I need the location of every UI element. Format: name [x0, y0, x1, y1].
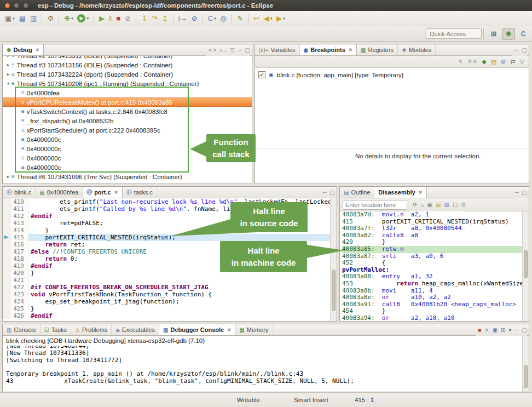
editor-scrollbar-thumb[interactable] — [332, 270, 336, 311]
view-tab-registers[interactable]: ▦Registers — [357, 44, 398, 55]
thread-row[interactable]: ▸≡Thread #4 1073432224 (dport) (Suspende… — [3, 70, 252, 79]
stack-frame-row[interactable]: ≡0x4000bfea — [3, 88, 252, 98]
thread-row[interactable]: ▸≡Thread #6 1073431096 (Tmr Svc) (Suspen… — [3, 172, 252, 181]
build-button[interactable]: ⚙ — [45, 13, 55, 25]
code-line[interactable]: 419#endif — [3, 262, 337, 270]
remove-launch-icon[interactable]: ✕ — [484, 327, 489, 333]
maximize-icon[interactable]: ▢ — [522, 327, 527, 333]
source-editor[interactable]: 410 ets_printf("Last non-recursive lock … — [3, 198, 337, 321]
disassembly-listing[interactable]: 40083a7d: movi.n a2, 1415 portEXIT_CRITI… — [340, 211, 529, 321]
code-line[interactable]: 422#if CONFIG_FREERTOS_BREAK_ON_SCHEDULE… — [3, 284, 337, 291]
show-opcodes-icon[interactable]: ▤ — [436, 202, 441, 208]
back-button[interactable]: ◀▾ — [262, 13, 274, 25]
thread-row[interactable]: ▸≡Thread #2 1073413512 (IDLE) (Suspended… — [3, 56, 252, 60]
close-icon[interactable]: ✕ — [36, 47, 39, 53]
skip-breakpoints-button[interactable]: ⊘ — [190, 13, 199, 25]
expander-icon[interactable]: ▸ — [5, 56, 11, 58]
debug-button[interactable]: ❉▾ — [62, 13, 74, 25]
minimize-icon[interactable]: ─ — [514, 47, 518, 53]
code-line[interactable]: 416 return ret; — [3, 241, 337, 248]
stack-frame-row[interactable]: ≡vPortCPUReleaseMutex() at port.c:415 0x… — [3, 98, 252, 107]
code-line[interactable]: 417#else //!CONFIG_FREERTOS_UNICORE — [3, 248, 337, 255]
menu-arrow-icon[interactable]: ▾ — [508, 327, 511, 333]
console-scrollbar-thumb[interactable] — [524, 365, 528, 388]
code-line[interactable]: 410 ets_printf("Last non-recursive lock … — [3, 198, 337, 205]
view-tab-executables[interactable]: ◈Executables — [112, 324, 159, 335]
breakpoint-checkbox[interactable]: ✓ — [258, 71, 265, 78]
minimize-icon[interactable]: ─ — [514, 327, 518, 333]
window-minimize-button[interactable] — [14, 3, 20, 9]
code-line[interactable]: 414 } — [3, 227, 337, 234]
stack-frame-row[interactable]: ≡_frxt_dispatch() at 0x4008532b — [3, 116, 252, 125]
open-perspective-button[interactable]: ⊞ — [487, 28, 500, 40]
stack-frame-row[interactable]: ≡xPortStartScheduler() at port.c:222 0x4… — [3, 125, 252, 135]
code-line[interactable]: 426#endif — [3, 312, 337, 319]
remove-all-breakpoints-icon[interactable]: ✕✕ — [467, 58, 477, 65]
maximize-icon[interactable]: ▢ — [330, 190, 335, 196]
console-output[interactable]: [New Thread 1073468744][New Thread 10734… — [3, 346, 529, 392]
code-line[interactable]: 425} — [3, 305, 337, 312]
new-c-project-button[interactable]: C▾ — [206, 13, 218, 25]
link-with-debug-icon[interactable]: ⇄ — [510, 58, 515, 65]
view-tab-problems[interactable]: ⚠Problems — [71, 324, 112, 335]
resume-button[interactable]: ▶ — [97, 13, 106, 25]
editor-tab-port-c[interactable]: ⓒport.c✕ — [83, 187, 123, 198]
code-line[interactable]: 424 esp_set_breakpoint_if_jtag(function)… — [3, 298, 337, 305]
code-line[interactable]: 420} — [3, 270, 337, 277]
window-maximize-button[interactable] — [23, 3, 29, 9]
code-line[interactable]: 411 ets_printf("Called by %s line %d\n",… — [3, 205, 337, 213]
view-tab-console[interactable]: ▥Console — [3, 324, 41, 335]
view-tab-tasks[interactable]: ☑Tasks — [41, 324, 71, 335]
maximize-icon[interactable]: ▢ — [522, 47, 527, 53]
view-menu-icon[interactable]: ▽ — [520, 58, 524, 65]
thread-row[interactable]: ▾≡Thread #5 1073410208 (ipc1 : Running) … — [3, 79, 252, 88]
debug-launch-tree[interactable]: ▸≡Thread #2 1073413512 (IDLE) (Suspended… — [3, 56, 252, 184]
expander-icon[interactable]: ▸ — [5, 72, 11, 77]
instruction-stepping-button[interactable]: i→ — [177, 13, 189, 25]
minimize-icon[interactable]: ─ — [322, 190, 326, 196]
expander-icon[interactable]: ▸ — [5, 62, 11, 67]
step-return-button[interactable]: ↥ — [160, 13, 170, 25]
skip-all-breakpoints-icon[interactable]: ⊘ — [501, 58, 506, 65]
editor-scrollbar[interactable] — [330, 198, 337, 321]
view-tab-debugger-console[interactable]: ▥Debugger Console✕ — [159, 324, 235, 335]
view-tab-outline[interactable]: ▤Outline — [340, 187, 374, 198]
code-line[interactable]: 415 portEXIT_CRITICAL_NESTED(irqStatus); — [3, 234, 337, 241]
thread-row[interactable]: ▸≡Thread #3 1073413156 (IDLE) (Suspended… — [3, 60, 252, 70]
disassembly-scrollbar-thumb[interactable] — [524, 250, 528, 278]
pin-icon[interactable]: ⊙ — [461, 202, 465, 208]
run-button[interactable]: ▶▾ — [76, 13, 90, 25]
close-icon[interactable]: ✕ — [114, 190, 118, 195]
debug-perspective-button[interactable]: ❉ — [502, 28, 515, 40]
home-icon[interactable]: ⌂ — [420, 202, 424, 208]
console-scrollbar[interactable] — [522, 336, 529, 392]
sync-icon[interactable]: ⟳ — [413, 202, 417, 208]
code-line[interactable]: 413 ret=pdFALSE; — [3, 220, 337, 227]
code-line[interactable]: 418 return 0; — [3, 255, 337, 262]
view-tab-debug[interactable]: ❉Debug✕ — [3, 44, 44, 55]
close-icon[interactable]: ✕ — [419, 190, 423, 195]
stack-frame-row[interactable]: ≡0x4000000c — [3, 163, 252, 172]
stack-frame-row[interactable]: ≡0x4000000c — [3, 153, 252, 163]
stack-frame-row[interactable]: ≡0x4000000c — [3, 144, 252, 153]
stack-frame-row[interactable]: ≡0x4000000c — [3, 135, 252, 144]
annotate-button[interactable]: ✎ — [235, 13, 245, 25]
disasm-line[interactable]: 40083a94: or a2, a10, a10 — [342, 315, 529, 321]
remove-all-terminated-icon[interactable]: ✕✕ — [208, 47, 217, 53]
window-close-button[interactable] — [4, 3, 10, 9]
editor-tab-tasks-c[interactable]: ⓒtasks.c — [123, 187, 157, 198]
cpp-perspective-button[interactable]: C — [517, 28, 530, 40]
close-icon[interactable]: ✕ — [227, 327, 231, 333]
quick-access-input[interactable] — [426, 28, 482, 39]
view-tab-disassembly[interactable]: Disassembly✕ — [374, 187, 426, 198]
view-tab-modules[interactable]: ❖Modules — [398, 44, 436, 55]
terminate-icon[interactable]: ■ — [478, 327, 481, 333]
stack-frame-row[interactable]: ≡vTaskSwitchContext() at tasks.c:2,846 0… — [3, 107, 252, 116]
expander-icon[interactable]: ▸ — [5, 174, 11, 179]
disassembly-scrollbar[interactable] — [522, 211, 529, 321]
track-expression-icon[interactable]: ▥ — [444, 202, 449, 208]
code-line[interactable]: 423void vPortFirstTaskHook(TaskFunction_… — [3, 291, 337, 298]
view-tab-variables[interactable]: (x)=Variables — [255, 44, 300, 55]
code-line[interactable]: 412#endif — [3, 213, 337, 220]
go-to-file-icon[interactable]: ▤ — [491, 58, 496, 65]
